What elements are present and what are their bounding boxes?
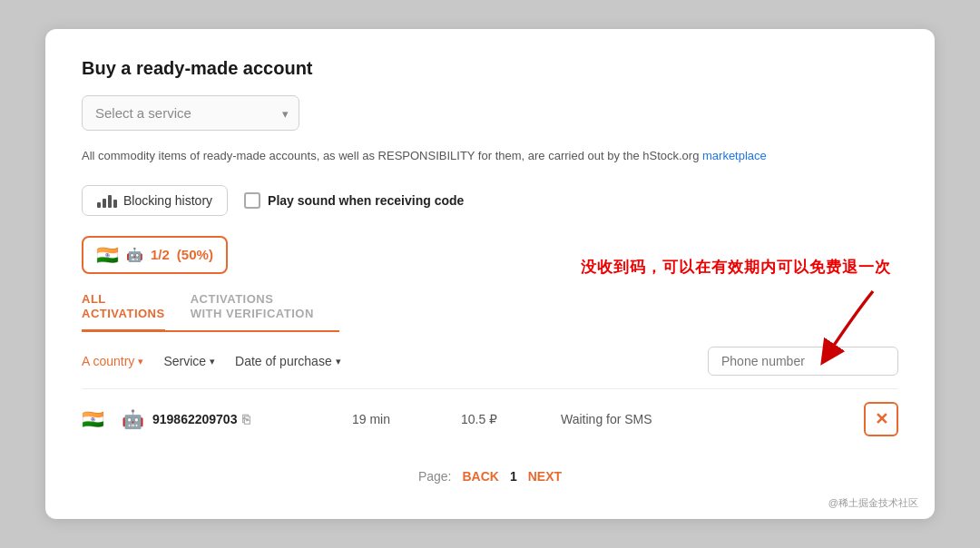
chevron-service-icon: ▾: [210, 356, 215, 367]
row-flag: 🇮🇳: [82, 408, 122, 430]
row-status: Waiting for SMS: [561, 412, 848, 426]
watermark: @稀土掘金技术社区: [828, 496, 918, 510]
stats-row: 🇮🇳 🤖 1/2 (50%): [82, 236, 898, 274]
row-phone: 919862209703 ⎘: [152, 412, 352, 426]
india-flag-icon: 🇮🇳: [96, 244, 119, 266]
blocking-history-button[interactable]: Blocking history: [82, 185, 228, 216]
table-row: 🇮🇳 🤖 919862209703 ⎘ 19 min 10.5 ₽ Waitin…: [82, 388, 898, 449]
marketplace-link[interactable]: marketplace: [702, 149, 767, 162]
row-service-icon: 🤖: [122, 408, 152, 430]
play-sound-label: Play sound when receiving code: [268, 193, 464, 208]
pagination-current[interactable]: 1: [510, 469, 517, 484]
filter-row: A country ▾ Service ▾ Date of purchase ▾: [82, 347, 898, 376]
play-sound-checkbox[interactable]: [244, 192, 260, 209]
cancel-button[interactable]: ✕: [864, 402, 898, 436]
info-text: All commodity items of ready-made accoun…: [82, 147, 898, 165]
phone-search-input[interactable]: [708, 347, 898, 376]
pagination-row: Page: BACK 1 NEXT: [82, 469, 898, 484]
filter-service-label: Service: [163, 354, 206, 368]
toolbar-row: Blocking history Play sound when receivi…: [82, 185, 898, 216]
chevron-date-icon: ▾: [336, 356, 341, 367]
tab-activations-with-verification[interactable]: ACTIVATIONS WITH VERIFICATION: [191, 287, 314, 333]
service-select-wrapper[interactable]: Select a service ▾: [82, 95, 299, 131]
main-card: Buy a ready-made account Select a servic…: [45, 29, 935, 519]
row-action: ✕: [848, 402, 898, 436]
filter-country-label: A country: [82, 354, 134, 368]
tab-all-activations[interactable]: ALL ACTIVATIONS: [82, 287, 165, 333]
bar-chart-icon: [97, 193, 117, 208]
stats-fraction: 1/2: [151, 247, 170, 262]
filter-country[interactable]: A country ▾: [82, 354, 143, 368]
row-price: 10.5 ₽: [461, 412, 561, 426]
stats-badge: 🇮🇳 🤖 1/2 (50%): [82, 236, 228, 274]
filter-service[interactable]: Service ▾: [163, 354, 215, 368]
pagination-label: Page:: [418, 469, 452, 484]
sound-option-row: Play sound when receiving code: [244, 192, 464, 209]
pagination-back[interactable]: BACK: [463, 469, 499, 484]
tabs-row: ALL ACTIVATIONS ACTIVATIONS WITH VERIFIC…: [82, 287, 339, 333]
filter-date[interactable]: Date of purchase ▾: [235, 354, 341, 368]
copy-icon[interactable]: ⎘: [242, 412, 250, 426]
blocking-history-label: Blocking history: [123, 193, 212, 208]
service-select[interactable]: Select a service: [82, 95, 299, 131]
row-time: 19 min: [352, 412, 461, 426]
chevron-country-icon: ▾: [138, 356, 143, 367]
filter-date-label: Date of purchase: [235, 354, 332, 368]
page-title: Buy a ready-made account: [82, 58, 898, 79]
chatgpt-icon: 🤖: [126, 247, 143, 263]
stats-percent: (50%): [177, 247, 213, 262]
pagination-next[interactable]: NEXT: [528, 469, 562, 484]
